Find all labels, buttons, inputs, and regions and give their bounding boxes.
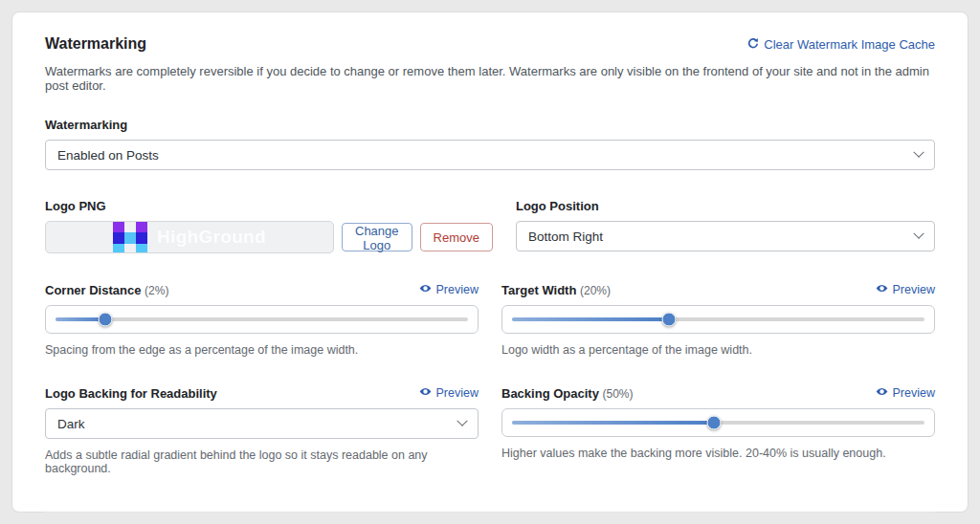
logo-position-select-value: Bottom Right bbox=[528, 229, 603, 244]
clear-cache-link[interactable]: Clear Watermark Image Cache bbox=[747, 37, 935, 52]
logo-backing-help: Adds a subtle radial gradient behind the… bbox=[45, 448, 479, 475]
logo-png-label-row: Logo PNG bbox=[45, 199, 493, 213]
corner-distance-help: Spacing from the edge as a percentage of… bbox=[45, 343, 479, 357]
backing-opacity-label-row: Backing Opacity (50%) Preview bbox=[501, 385, 935, 401]
eye-icon bbox=[419, 282, 432, 297]
corner-distance-label: Corner Distance (2%) bbox=[45, 283, 168, 297]
logo-position-label: Logo Position bbox=[516, 199, 599, 213]
change-logo-button[interactable]: Change Logo bbox=[342, 223, 412, 251]
corner-distance-label-row: Corner Distance (2%) Preview bbox=[45, 282, 479, 297]
page-background: Watermarking Clear Watermark Image Cache… bbox=[0, 0, 980, 524]
watermarking-settings-card: Watermarking Clear Watermark Image Cache… bbox=[11, 11, 969, 513]
slider-row-section: Corner Distance (2%) Preview Spacing fro… bbox=[45, 282, 935, 357]
backing-row-section: Logo Backing for Readability Preview Dar… bbox=[45, 385, 935, 475]
watermarking-label: Watermarking bbox=[45, 118, 127, 132]
slider-fill bbox=[512, 317, 669, 321]
eye-icon bbox=[876, 385, 888, 401]
logo-png-label: Logo PNG bbox=[45, 199, 106, 213]
page-title: Watermarking bbox=[45, 35, 146, 53]
logo-backing-select[interactable]: Dark bbox=[45, 408, 479, 439]
chevron-down-icon bbox=[457, 416, 467, 426]
eye-icon bbox=[419, 385, 432, 401]
logo-backing-preview-link[interactable]: Preview bbox=[419, 385, 479, 401]
slider-fill bbox=[512, 421, 714, 425]
logo-backing-label: Logo Backing for Readability bbox=[45, 386, 217, 401]
settings-description: Watermarks are completely reversible if … bbox=[45, 64, 935, 93]
corner-distance-slider-thumb[interactable] bbox=[98, 313, 112, 327]
footer-divider bbox=[45, 512, 935, 513]
watermarking-select[interactable]: Enabled on Posts bbox=[45, 140, 935, 170]
target-width-help: Logo width as a percentage of the image … bbox=[501, 343, 935, 357]
target-width-label-row: Target Width (20%) Preview bbox=[501, 282, 935, 297]
backing-opacity-slider[interactable] bbox=[512, 421, 924, 425]
watermarking-field: Watermarking Enabled on Posts bbox=[45, 118, 935, 170]
watermarking-select-value: Enabled on Posts bbox=[57, 148, 159, 163]
logo-preview: HighGround bbox=[45, 221, 334, 253]
eye-icon bbox=[876, 282, 888, 297]
remove-logo-button[interactable]: Remove bbox=[420, 223, 493, 251]
clear-cache-label: Clear Watermark Image Cache bbox=[764, 37, 935, 52]
target-width-slider-box bbox=[501, 305, 935, 334]
backing-opacity-value: (50%) bbox=[603, 387, 634, 401]
backing-opacity-slider-box bbox=[501, 408, 935, 437]
highground-logo-text: HighGround bbox=[157, 227, 266, 248]
preview-label: Preview bbox=[893, 283, 935, 296]
corner-distance-field: Corner Distance (2%) Preview Spacing fro… bbox=[45, 282, 479, 357]
target-width-field: Target Width (20%) Preview Logo width as… bbox=[501, 282, 935, 357]
chevron-down-icon bbox=[913, 147, 924, 158]
target-width-slider[interactable] bbox=[512, 317, 924, 321]
backing-opacity-preview-link[interactable]: Preview bbox=[876, 385, 935, 401]
corner-distance-slider[interactable] bbox=[56, 317, 468, 321]
corner-distance-slider-box bbox=[45, 305, 479, 334]
logo-position-field: Logo Position Bottom Right bbox=[516, 199, 935, 253]
logo-position-label-row: Logo Position bbox=[516, 199, 935, 213]
target-width-label: Target Width (20%) bbox=[501, 283, 611, 297]
logo-row-section: Logo PNG HighGround Change Logo Remove bbox=[45, 199, 935, 253]
preview-label: Preview bbox=[893, 386, 935, 400]
refresh-icon bbox=[747, 37, 759, 52]
chevron-down-icon bbox=[913, 229, 924, 239]
corner-distance-value: (2%) bbox=[145, 284, 168, 297]
logo-backing-select-value: Dark bbox=[57, 417, 85, 431]
watermarking-label-row: Watermarking bbox=[45, 118, 935, 132]
target-width-value: (20%) bbox=[580, 284, 611, 297]
logo-png-field: Logo PNG HighGround Change Logo Remove bbox=[45, 199, 493, 253]
card-header: Watermarking Clear Watermark Image Cache bbox=[45, 35, 935, 53]
highground-logo-icon bbox=[113, 221, 147, 253]
backing-opacity-field: Backing Opacity (50%) Preview Higher val… bbox=[501, 385, 935, 475]
preview-label: Preview bbox=[436, 386, 479, 400]
backing-opacity-slider-thumb[interactable] bbox=[707, 416, 722, 430]
preview-label: Preview bbox=[436, 283, 479, 296]
corner-distance-preview-link[interactable]: Preview bbox=[419, 282, 479, 297]
backing-opacity-label: Backing Opacity (50%) bbox=[501, 386, 634, 401]
logo-controls: HighGround Change Logo Remove bbox=[45, 221, 493, 253]
logo-position-select[interactable]: Bottom Right bbox=[516, 221, 935, 251]
logo-backing-field: Logo Backing for Readability Preview Dar… bbox=[45, 385, 479, 475]
backing-opacity-help: Higher values make the backing more visi… bbox=[501, 447, 935, 460]
target-width-slider-thumb[interactable] bbox=[661, 313, 676, 327]
target-width-preview-link[interactable]: Preview bbox=[876, 282, 935, 297]
logo-backing-label-row: Logo Backing for Readability Preview bbox=[45, 385, 479, 401]
